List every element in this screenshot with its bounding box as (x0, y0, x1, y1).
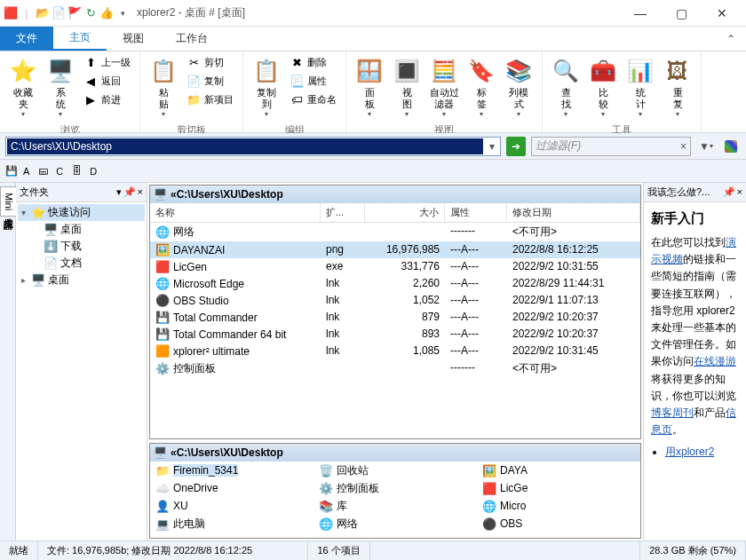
col-attr[interactable]: 属性 (445, 203, 507, 222)
file-table-header[interactable]: 名称 扩... 大小 属性 修改日期 (150, 203, 640, 223)
list-item[interactable]: ⚙️控制面板 (313, 479, 477, 497)
table-row[interactable]: ⚙️控制面板-------<不可用> (150, 359, 640, 378)
pane-bottom-header[interactable]: 🖥️ «C:\Users\XU\Desktop (150, 444, 640, 461)
list-item[interactable]: ⚫OBS (477, 515, 640, 532)
autofilter-button[interactable]: 🧮自动过滤器▾ (426, 53, 462, 122)
drive-D[interactable]: 🗄D (72, 165, 97, 177)
minimize-button[interactable]: — (620, 0, 661, 27)
delete-button[interactable]: ✖删除 (286, 53, 340, 71)
col-date[interactable]: 修改日期 (507, 203, 640, 222)
tree-close-icon[interactable]: × (138, 186, 143, 198)
system-button[interactable]: 🖥️系统▾ (43, 53, 78, 122)
forward-button[interactable]: ▶前进 (80, 91, 134, 108)
compare-button[interactable]: 🧰比较▾ (585, 53, 621, 122)
tree-node[interactable]: ▾⭐快速访问 (18, 204, 145, 221)
list-item[interactable]: 🌐Micro (477, 497, 640, 515)
table-row[interactable]: 🖼️DAYANZAIpng16,976,985---A---2022/8/8 1… (150, 241, 640, 258)
copy-button[interactable]: 📄复制 (183, 72, 237, 90)
qat-doc-icon[interactable]: 📄 (52, 6, 66, 20)
back-button[interactable]: ◀返回 (80, 72, 134, 90)
repeat-button[interactable]: 🖼重复▾ (660, 53, 695, 122)
find-button[interactable]: 🔍查找▾ (548, 53, 583, 122)
address-input[interactable]: C:\Users\XU\Desktop ▾ (5, 137, 501, 156)
tree-dropdown-icon[interactable]: ▾ (116, 186, 122, 198)
qat-app-icon[interactable]: 🟥 (4, 6, 18, 20)
twist-icon[interactable]: ▾ (18, 208, 28, 217)
ribbon-tab-file[interactable]: 文件 (0, 27, 53, 51)
properties-button[interactable]: 📃属性 (286, 72, 340, 90)
panel-button[interactable]: 🪟面板▾ (352, 53, 387, 122)
help-close-icon[interactable]: × (737, 186, 742, 198)
table-row[interactable]: 🌐网络-------<不可用> (150, 223, 640, 241)
filter-clear-icon[interactable]: × (680, 140, 686, 153)
help-link-blog[interactable]: 博客周刊 (651, 406, 694, 419)
left-tab-folders[interactable]: Mini虚拟文件夹 (0, 186, 16, 217)
layout-button[interactable]: 📚列模式▾ (501, 53, 536, 122)
table-row[interactable]: 🟧xplorer² ultimatelnk1,085---A---2022/9/… (150, 343, 640, 359)
item-icon: ☁️ (155, 482, 170, 495)
cut-button[interactable]: ✂剪切 (183, 53, 237, 71)
bottom-grid[interactable]: 📁Firemin_5341🗑️回收站🖼️DAYA☁️OneDrive⚙️控制面板… (150, 461, 640, 538)
up-button[interactable]: ⬆上一级 (80, 53, 134, 71)
qat-refresh-icon[interactable]: ↻ (83, 6, 98, 20)
rename-label: 重命名 (307, 93, 337, 106)
address-path[interactable]: C:\Users\XU\Desktop (7, 138, 483, 154)
col-ext[interactable]: 扩... (321, 203, 365, 222)
new-item-button[interactable]: 📁新项目 (183, 91, 237, 108)
tag-button[interactable]: 🔖标签▾ (464, 53, 499, 122)
close-button[interactable]: ✕ (702, 0, 742, 27)
list-item[interactable]: 🗑️回收站 (313, 461, 477, 479)
ribbon-collapse-button[interactable]: ⌃ (716, 27, 746, 51)
tree-node[interactable]: ▸🖥️桌面 (18, 272, 145, 288)
copy-to-button[interactable]: 📋复制到▾ (249, 53, 284, 122)
table-row[interactable]: 🟥LicGenexe331,776---A---2022/9/2 10:31:5… (150, 258, 640, 275)
ribbon-tab-workspace[interactable]: 工作台 (160, 27, 224, 51)
filter-funnel-button[interactable]: ▼▾ (696, 137, 716, 156)
tree-body[interactable]: ▾⭐快速访问🖥️桌面⬇️下载📄文档▸🖥️桌面 (16, 202, 147, 540)
favorites-button[interactable]: ⭐收藏夹▾ (5, 53, 41, 122)
list-item[interactable]: 💻此电脑 (150, 515, 313, 532)
help-pin-icon[interactable]: 📌 (723, 186, 735, 198)
view-button[interactable]: 🔳视图▾ (389, 53, 425, 122)
color-grid-button[interactable] (721, 137, 741, 156)
table-row[interactable]: 💾Total Commanderlnk879---A---2022/9/2 10… (150, 309, 640, 326)
rename-button[interactable]: 🏷重命名 (286, 91, 340, 108)
twist-icon[interactable]: ▸ (18, 275, 28, 285)
col-name[interactable]: 名称 (150, 203, 321, 222)
go-button[interactable]: ➜ (506, 137, 526, 156)
paste-button[interactable]: 📋粘贴▾ (146, 53, 181, 122)
qat-dropdown-icon[interactable]: ▾ (115, 6, 130, 20)
table-row[interactable]: ⚫OBS Studiolnk1,052---A---2022/9/1 11:07… (150, 292, 640, 309)
drive-A[interactable]: 💾A (5, 165, 29, 177)
list-item[interactable]: 👤XU (150, 497, 313, 515)
list-item[interactable]: 🖼️DAYA (477, 461, 640, 479)
list-item[interactable]: 🌐网络 (313, 515, 477, 532)
address-dropdown-icon[interactable]: ▾ (484, 140, 500, 153)
drive-C[interactable]: 🖴C (38, 165, 63, 177)
qat-open-icon[interactable]: 📂 (36, 6, 50, 20)
pane-top-header[interactable]: 🖥️ «C:\Users\XU\Desktop (150, 185, 640, 203)
stats-button[interactable]: 📊统计▾ (623, 53, 658, 122)
list-item[interactable]: 🟥LicGe (477, 479, 640, 497)
help-link-tour[interactable]: 在线漫游 (694, 355, 736, 367)
filter-input[interactable]: 过滤器(F) × (531, 137, 691, 156)
list-item[interactable]: 📁Firemin_5341 (150, 461, 313, 479)
col-size[interactable]: 大小 (365, 203, 445, 222)
ribbon-tab-view[interactable]: 视图 (107, 27, 160, 51)
table-row[interactable]: 💾Total Commander 64 bitlnk893---A---2022… (150, 326, 640, 343)
ribbon-tab-home[interactable]: 主页 (53, 27, 107, 51)
qat-flag-icon[interactable]: 🚩 (67, 6, 82, 20)
file-table[interactable]: 名称 扩... 大小 属性 修改日期 🌐网络-------<不可用>🖼️DAYA… (150, 203, 640, 438)
tree-node[interactable]: 📄文档 (18, 255, 145, 272)
left-tab-icon[interactable]: 🗂 (3, 220, 13, 233)
file-date: 2022/8/8 16:12:25 (507, 242, 640, 257)
table-row[interactable]: 🌐Microsoft Edgelnk2,260---A---2022/8/29 … (150, 275, 640, 292)
help-list-link[interactable]: 用xplorer2 (665, 446, 714, 458)
tree-node[interactable]: 🖥️桌面 (18, 221, 145, 238)
tree-node[interactable]: ⬇️下载 (18, 238, 145, 255)
list-item[interactable]: 📚库 (313, 497, 477, 515)
list-item[interactable]: ☁️OneDrive (150, 479, 313, 497)
maximize-button[interactable]: ▢ (661, 0, 702, 27)
qat-thumb-icon[interactable]: 👍 (99, 6, 114, 20)
tree-pin-icon[interactable]: 📌 (123, 186, 136, 198)
